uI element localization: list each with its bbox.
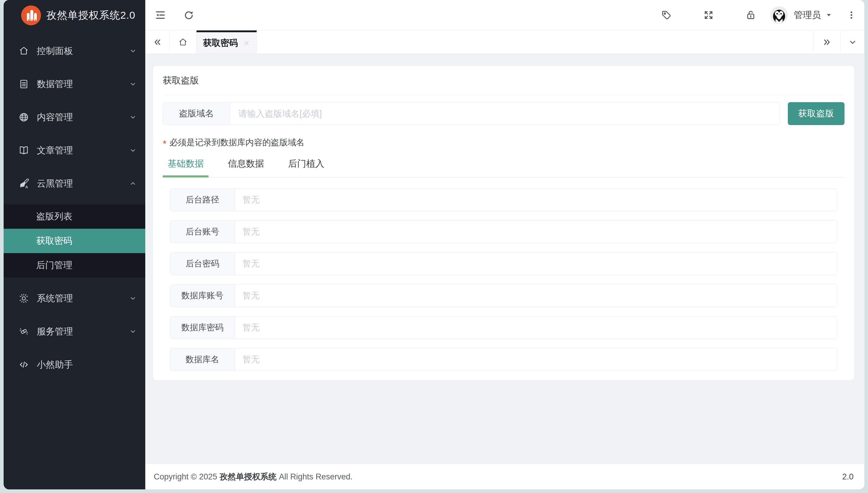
database-password-input[interactable] — [235, 316, 837, 339]
home-icon — [178, 37, 188, 47]
chevron-down-icon — [129, 80, 137, 88]
sidebar-item-label: 系统管理 — [37, 292, 73, 305]
field-label: 后台路径 — [170, 189, 235, 211]
tab-info-data[interactable]: 信息数据 — [223, 157, 269, 177]
document-icon — [18, 78, 29, 90]
app-logo-icon — [21, 5, 41, 25]
page-content: 获取盗版 盗版域名 获取盗版 * 必须是记录到数据库内容的盗版域名 基础数据 信… — [145, 54, 864, 464]
sidebar-item-xiaoran-assistant[interactable]: 小然助手 — [4, 352, 145, 377]
app-title: 孜然单授权系统2.0 — [46, 8, 135, 22]
globe-icon — [18, 111, 29, 123]
chevron-down-icon — [129, 113, 137, 121]
copyright-brand: 孜然单授权系统 — [220, 471, 277, 482]
footer-version: 2.0 — [842, 472, 853, 481]
page-footer: Copyright © 2025 孜然单授权系统 All Rights Rese… — [145, 464, 864, 489]
top-toolbar: 管理员 — [145, 0, 864, 30]
copyright-suffix: All Rights Reserved. — [279, 472, 353, 481]
sidebar-item-label: 小然助手 — [37, 359, 73, 371]
sidebar-subitem-backdoor-management[interactable]: 后门管理 — [4, 253, 145, 278]
chevron-down-icon — [848, 38, 857, 47]
required-asterisk: * — [163, 136, 166, 149]
pirate-domain-input-group: 盗版域名 — [163, 102, 780, 125]
close-icon[interactable] — [243, 40, 250, 47]
caret-down-icon — [825, 12, 832, 19]
form-row: 后台密码 — [170, 252, 837, 275]
chevron-down-icon — [129, 295, 137, 302]
sidebar-subitem-pirate-list[interactable]: 盗版列表 — [4, 204, 145, 229]
tag-icon[interactable] — [660, 9, 672, 21]
sidebar-item-content-management[interactable]: 内容管理 — [4, 105, 145, 130]
pirate-domain-input[interactable] — [230, 103, 780, 125]
app-window: 孜然单授权系统2.0 控制面板 — [4, 0, 864, 489]
page-tab-bar: 获取密码 — [145, 30, 864, 54]
gear-icon — [18, 293, 29, 304]
sidebar-item-label: 控制面板 — [37, 45, 73, 57]
tabbar-spacer — [257, 30, 813, 53]
sidebar-item-label: 服务管理 — [37, 325, 73, 338]
required-note-text: 必须是记录到数据库内容的盗版域名 — [169, 137, 304, 148]
database-account-input[interactable] — [235, 284, 837, 307]
backend-path-input[interactable] — [235, 189, 837, 211]
field-label: 后台密码 — [170, 253, 235, 275]
field-label: 数据库账号 — [170, 284, 235, 307]
sidebar-item-article-management[interactable]: 文章管理 — [4, 138, 145, 163]
field-label: 数据库名 — [170, 348, 235, 371]
brush-icon: A — [18, 178, 29, 189]
field-label: 后台账号 — [170, 220, 235, 243]
backend-password-input[interactable] — [235, 253, 837, 275]
unlock-icon[interactable] — [745, 9, 757, 21]
sidebar-nav: 控制面板 数据管理 — [4, 31, 145, 385]
basic-data-form: 后台路径 后台账号 后台密码 数据库账号 — [170, 188, 837, 371]
card-title: 获取盗版 — [163, 66, 845, 95]
kebab-menu-icon[interactable] — [846, 10, 856, 20]
tabs-scroll-left-button[interactable] — [145, 30, 169, 53]
get-pirate-card: 获取盗版 盗版域名 获取盗版 * 必须是记录到数据库内容的盗版域名 基础数据 信… — [153, 66, 854, 380]
sidebar-subitem-label: 盗版列表 — [36, 210, 72, 223]
main-area: 管理员 — [145, 0, 864, 489]
sidebar-item-label: 数据管理 — [37, 78, 73, 90]
copyright-prefix: Copyright © 2025 — [154, 472, 217, 481]
sidebar-item-system-management[interactable]: 系统管理 — [4, 286, 145, 311]
get-pirate-button[interactable]: 获取盗版 — [788, 102, 845, 125]
toolbar-right-cluster: 管理员 — [660, 6, 856, 24]
tab-backdoor-implant[interactable]: 后门植入 — [283, 157, 329, 177]
sidebar-item-service-management[interactable]: 服务管理 — [4, 319, 145, 344]
sidebar-item-cloud-black-management[interactable]: A 云黑管理 — [4, 171, 145, 196]
refresh-icon[interactable] — [183, 9, 194, 21]
database-name-input[interactable] — [235, 348, 837, 371]
data-tabs: 基础数据 信息数据 后门植入 — [163, 157, 845, 177]
sidebar: 孜然单授权系统2.0 控制面板 — [4, 0, 145, 489]
logo-row: 孜然单授权系统2.0 — [4, 0, 145, 31]
form-row: 数据库密码 — [170, 316, 837, 339]
sidebar-item-data-management[interactable]: 数据管理 — [4, 72, 145, 97]
backend-account-input[interactable] — [235, 220, 837, 243]
chevron-down-icon — [129, 47, 137, 55]
qq-penguin-avatar[interactable] — [771, 6, 788, 24]
sidebar-subitem-get-password[interactable]: 获取密码 — [4, 229, 145, 253]
form-row: 数据库名 — [170, 348, 837, 371]
fullscreen-icon[interactable] — [703, 9, 714, 21]
form-row: 数据库账号 — [170, 284, 837, 307]
tab-actions-dropdown-button[interactable] — [840, 30, 864, 53]
chevron-up-icon — [129, 179, 137, 188]
book-icon — [18, 145, 29, 156]
collapse-sidebar-icon[interactable] — [154, 9, 166, 21]
pirate-domain-query-row: 盗版域名 获取盗版 — [163, 102, 845, 125]
service-icon — [18, 326, 29, 337]
home-tab[interactable] — [169, 30, 196, 53]
sidebar-item-control-panel[interactable]: 控制面板 — [4, 39, 145, 63]
tab-label: 获取密码 — [203, 37, 238, 49]
sidebar-item-label: 文章管理 — [37, 144, 73, 157]
user-name: 管理员 — [794, 9, 821, 21]
required-note: * 必须是记录到数据库内容的盗版域名 — [163, 136, 845, 149]
sidebar-subitem-label: 后门管理 — [36, 259, 72, 272]
tab-basic-data[interactable]: 基础数据 — [163, 157, 209, 177]
chevron-down-icon — [129, 327, 137, 336]
user-menu[interactable]: 管理员 — [794, 9, 832, 21]
tabs-scroll-right-button[interactable] — [813, 30, 840, 53]
cloud-black-submenu: 盗版列表 获取密码 后门管理 — [4, 204, 145, 278]
form-row: 后台账号 — [170, 220, 837, 243]
sidebar-item-label: 内容管理 — [37, 111, 73, 124]
chevron-down-icon — [129, 147, 137, 154]
tab-get-password[interactable]: 获取密码 — [196, 30, 257, 53]
